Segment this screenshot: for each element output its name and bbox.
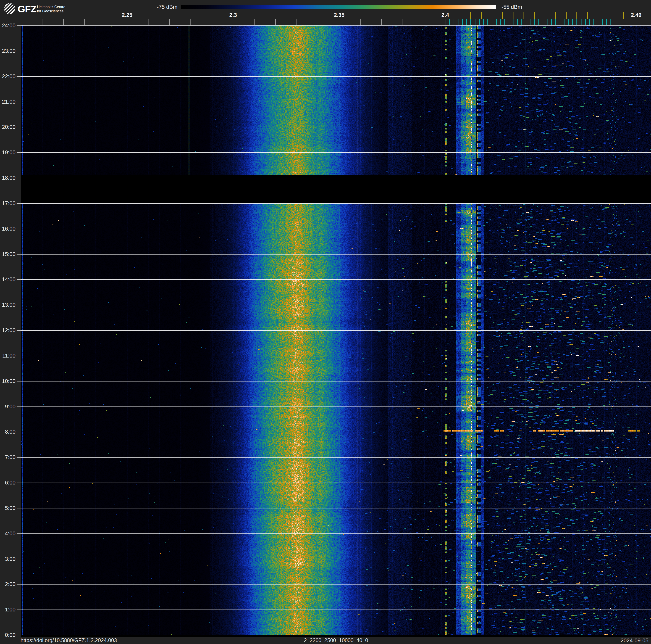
time-label: 14:00 (0, 276, 16, 283)
ble-channel-tick (534, 19, 535, 25)
time-label: 22:00 (0, 73, 16, 80)
time-label: 12:00 (0, 327, 16, 333)
time-tick (17, 482, 21, 483)
freq-tick (85, 19, 85, 25)
wifi-channel-tick (513, 12, 514, 19)
wifi-channel-tick (598, 12, 598, 19)
time-tick (17, 533, 21, 534)
time-label: 2:00 (0, 581, 16, 587)
freq-tick (636, 19, 636, 25)
time-label: 6:00 (0, 479, 16, 486)
spectrogram-canvas (21, 25, 651, 637)
time-tick (17, 559, 21, 559)
time-label: 13:00 (0, 302, 16, 308)
ble-channel-tick (496, 19, 497, 25)
ble-channel-tick (572, 19, 573, 25)
freq-label: 2.4 (436, 12, 455, 18)
ble-channel-tick (593, 19, 594, 25)
date-label: 2024-09-05 (621, 637, 649, 644)
wifi-channel-tick (623, 12, 624, 19)
freq-tick (21, 19, 21, 25)
wifi-channel-tick (566, 12, 566, 19)
ble-channel-tick (470, 19, 471, 25)
wifi-channel-tick (524, 12, 524, 19)
freq-tick (212, 19, 212, 25)
ble-channel-tick (598, 19, 598, 25)
time-tick (17, 203, 21, 204)
ble-channel-tick (585, 19, 586, 25)
ble-channel-tick (538, 19, 539, 25)
time-tick (17, 279, 21, 280)
ble-channel-tick (577, 19, 577, 25)
freq-tick (190, 19, 191, 25)
time-label: 24:00 (0, 22, 16, 29)
time-label: 16:00 (0, 226, 16, 232)
footer-bar: 2_2200_2500_10000_40_0 https://doi.org/1… (0, 637, 651, 644)
time-tick (17, 127, 21, 127)
time-label: 5:00 (0, 505, 16, 511)
ble-channel-tick (568, 19, 569, 25)
ble-channel-tick (483, 19, 484, 25)
wifi-channel-tick (577, 12, 577, 19)
spectrogram-page: GFZ Helmholtz Centre for Geosciences -75… (0, 0, 651, 644)
time-tick (17, 508, 21, 508)
ble-channel-tick (454, 19, 454, 25)
ble-channel-tick (589, 19, 590, 25)
time-tick (17, 610, 21, 610)
freq-label: 2.3 (224, 12, 243, 18)
freq-tick (318, 19, 318, 25)
ble-channel-tick (513, 19, 514, 25)
ble-channel-tick (564, 19, 564, 25)
time-tick (17, 178, 21, 178)
ble-channel-tick (500, 19, 501, 25)
ble-channel-tick (449, 19, 450, 25)
ble-channel-tick (560, 19, 560, 25)
time-tick (17, 356, 21, 356)
wifi-channel-tick (470, 12, 471, 19)
freq-tick (403, 19, 403, 25)
ble-channel-tick (479, 19, 479, 25)
freq-label: 2.25 (118, 12, 136, 18)
ble-channel-tick (581, 19, 582, 25)
wifi-channel-tick (534, 12, 535, 19)
ble-channel-tick (458, 19, 459, 25)
gfz-logo-icon (4, 3, 15, 14)
freq-label: 2.35 (330, 12, 349, 18)
ble-channel-tick (606, 19, 607, 25)
time-label: 15:00 (0, 251, 16, 258)
time-tick (17, 305, 21, 305)
time-tick (17, 432, 21, 432)
time-label: 21:00 (0, 98, 16, 105)
time-tick (17, 51, 21, 51)
wifi-channel-tick (502, 12, 503, 19)
freq-tick (360, 19, 361, 25)
doi-link[interactable]: https://doi.org/10.5880/GFZ.1.2.2024.003 (21, 637, 117, 643)
time-label: 10:00 (0, 378, 16, 384)
time-tick (17, 76, 21, 77)
freq-tick (105, 19, 106, 25)
time-tick (17, 635, 21, 635)
freq-tick (339, 19, 339, 25)
ble-channel-tick (555, 19, 556, 25)
ble-channel-tick (547, 19, 548, 25)
freq-tick (297, 19, 297, 25)
wifi-channel-tick (545, 12, 546, 19)
time-label: 18:00 (0, 175, 16, 181)
time-tick (17, 229, 21, 229)
time-label: 11:00 (0, 352, 16, 359)
freq-tick (169, 19, 170, 25)
time-tick (17, 102, 21, 102)
freq-tick (42, 19, 42, 25)
time-label: 9:00 (0, 403, 16, 410)
time-label: 23:00 (0, 48, 16, 54)
ble-channel-tick (492, 19, 492, 25)
wifi-channel-tick (481, 12, 482, 19)
time-tick (17, 152, 21, 153)
freq-tick (275, 19, 276, 25)
time-label: 19:00 (0, 149, 16, 156)
time-axis: 24:0023:0022:0021:0020:0019:0018:0017:00… (0, 25, 21, 637)
ble-channel-tick (521, 19, 522, 25)
freq-tick (233, 19, 233, 25)
time-label: 20:00 (0, 124, 16, 130)
wifi-channel-tick (587, 12, 588, 19)
